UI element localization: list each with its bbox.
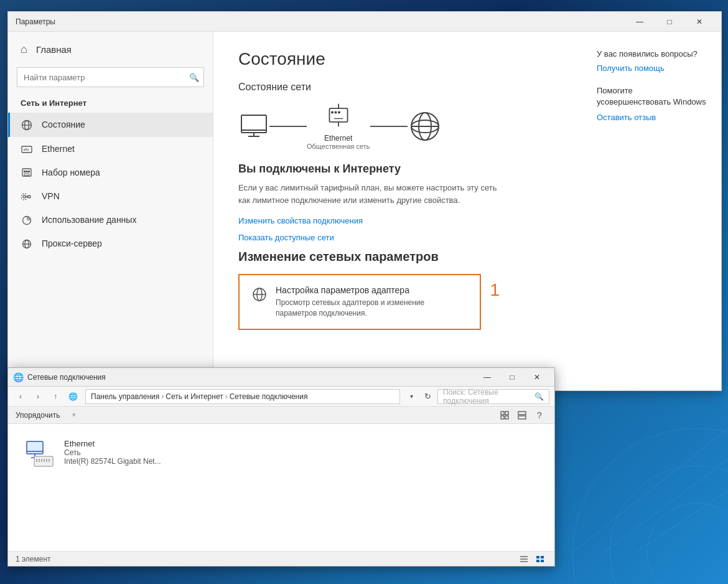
dialup-icon <box>21 167 33 178</box>
svg-point-0 <box>647 503 728 584</box>
view-details-button[interactable] <box>497 408 512 422</box>
ethernet-label: Ethernet <box>324 134 352 143</box>
explorer-status: 1 элемент <box>8 551 554 566</box>
address-dropdown[interactable]: ▾ <box>405 389 418 404</box>
status-tiles-button[interactable] <box>533 552 547 566</box>
status-details-button[interactable] <box>517 552 531 566</box>
explorer-content: Ethernet Сеть Intel(R) 82574L Gigabit Ne… <box>8 424 554 551</box>
connected-desc: Если у вас лимитный тарифный план, вы мо… <box>238 182 500 206</box>
svg-rect-14 <box>24 174 29 176</box>
sidebar-item-vpn[interactable]: VPN <box>8 184 213 208</box>
network-section-title: Состояние сети <box>238 82 559 93</box>
svg-line-5 <box>635 491 728 553</box>
organize-button[interactable]: Упорядочить <box>16 411 60 420</box>
sidebar-item-proxy-label: Прокси-сервер <box>42 238 102 248</box>
adapter-card[interactable]: Настройка параметров адаптера Просмотр с… <box>238 274 481 330</box>
ethernet-sublabel: Общественная сеть <box>307 143 370 150</box>
computer-icon-wrapper <box>238 113 269 141</box>
svg-line-3 <box>604 459 728 553</box>
folder-icon-nav: 🌐 <box>65 389 80 404</box>
adapter-card-wrapper: Настройка параметров адаптера Просмотр с… <box>238 274 481 330</box>
svg-rect-47 <box>501 416 504 419</box>
ethernet-details: Ethernet Сеть Intel(R) 82574L Gigabit Ne… <box>64 439 161 466</box>
show-networks-link[interactable]: Показать доступные сети <box>238 233 559 242</box>
sidebar-item-vpn-label: VPN <box>42 191 60 201</box>
router-icon-wrapper: Ethernet Общественная сеть <box>307 103 370 150</box>
close-button[interactable]: ✕ <box>685 12 714 32</box>
home-icon: ⌂ <box>21 43 27 56</box>
ribbon-right: ? <box>497 408 547 422</box>
ethernet-adapter-icon <box>26 439 55 469</box>
connected-title: Вы подключены к Интернету <box>238 162 559 176</box>
search-placeholder-text: Поиск: Сетевые подключения <box>443 388 531 405</box>
sidebar: ⌂ Главная 🔍 Сеть и Интернет С <box>8 32 213 390</box>
explorer-body: Ethernet Сеть Intel(R) 82574L Gigabit Ne… <box>8 424 554 551</box>
svg-point-1 <box>610 466 728 584</box>
svg-rect-16 <box>26 171 28 172</box>
improve-title: Помогите усовершенствовать Windows <box>597 85 709 108</box>
view-list-button[interactable] <box>515 408 530 422</box>
breadcrumb-part1: Панель управления <box>91 392 159 401</box>
title-bar-controls: — □ ✕ <box>625 12 714 32</box>
search-bar[interactable]: Поиск: Сетевые подключения 🔍 <box>437 389 549 404</box>
adapter-card-desc: Просмотр сетевых адаптеров и изменение п… <box>276 298 467 319</box>
help-ribbon-button[interactable]: ? <box>532 408 547 422</box>
svg-point-19 <box>28 195 30 198</box>
sidebar-item-ethernet[interactable]: Ethernet <box>8 137 213 161</box>
explorer-minimize-button[interactable]: — <box>475 368 500 387</box>
svg-rect-48 <box>505 416 508 419</box>
up-button[interactable]: ↑ <box>48 389 63 404</box>
ethernet-icon <box>21 143 33 154</box>
svg-rect-49 <box>518 412 526 415</box>
svg-rect-34 <box>331 111 334 114</box>
search-icon: 🔍 <box>189 73 199 82</box>
explorer-close-button[interactable]: ✕ <box>525 368 549 387</box>
forward-button[interactable]: › <box>30 389 45 404</box>
sidebar-item-status[interactable]: Состояние <box>8 113 213 137</box>
network-connections-icon: 🌐 <box>13 372 24 382</box>
ethernet-item-type: Сеть <box>64 448 161 457</box>
explorer-maximize-button[interactable]: □ <box>500 368 525 387</box>
help-title: У вас появились вопросы? <box>597 49 709 59</box>
svg-rect-68 <box>541 560 544 562</box>
svg-rect-36 <box>338 111 340 114</box>
back-button[interactable]: ‹ <box>13 389 28 404</box>
ethernet-list-item[interactable]: Ethernet Сеть Intel(R) 82574L Gigabit Ne… <box>21 434 542 474</box>
settings-body: ⌂ Главная 🔍 Сеть и Интернет С <box>8 32 721 390</box>
adapter-card-text: Настройка параметров адаптера Просмотр с… <box>276 285 467 319</box>
sidebar-section-title: Сеть и Интернет <box>8 95 213 113</box>
change-properties-link[interactable]: Изменить свойства подключения <box>238 216 559 225</box>
svg-rect-66 <box>541 556 544 558</box>
refresh-button[interactable]: ↻ <box>420 389 435 404</box>
maximize-button[interactable]: □ <box>655 12 684 32</box>
net-line-2 <box>370 126 408 127</box>
svg-point-2 <box>572 428 728 584</box>
change-section-title: Изменение сетевых параметров <box>238 250 559 264</box>
breadcrumb-sep1: › <box>161 392 164 401</box>
address-bar[interactable]: Панель управления › Сеть и Интернет › Се… <box>85 389 400 404</box>
sidebar-search: 🔍 <box>17 67 204 87</box>
explorer-title-left: 🌐 Сетевые подключения <box>13 372 106 382</box>
svg-rect-65 <box>536 556 539 558</box>
improve-link[interactable]: Оставить отзыв <box>597 113 709 122</box>
svg-rect-67 <box>536 560 539 562</box>
ethernet-item-adapter: Intel(R) 82574L Gigabit Net... <box>64 457 161 466</box>
proxy-icon <box>21 238 33 249</box>
sidebar-item-dialup[interactable]: Набор номера <box>8 161 213 184</box>
minimize-button[interactable]: — <box>625 12 654 32</box>
network-diagram: Ethernet Общественная сеть <box>238 103 559 150</box>
sidebar-home-label: Главная <box>36 44 72 55</box>
search-input[interactable] <box>17 67 204 87</box>
breadcrumb-part2: Сеть и Интернет <box>166 392 223 401</box>
status-text: 1 элемент <box>16 555 51 563</box>
svg-rect-50 <box>518 416 526 419</box>
sidebar-item-ethernet-label: Ethernet <box>42 144 75 154</box>
help-link[interactable]: Получить помощь <box>597 64 709 73</box>
page-title: Состояние <box>238 49 559 69</box>
data-usage-icon <box>21 214 33 225</box>
sidebar-item-home[interactable]: ⌂ Главная <box>8 37 213 62</box>
sidebar-item-data-usage[interactable]: Использование данных <box>8 208 213 232</box>
sidebar-item-proxy[interactable]: Прокси-сервер <box>8 232 213 255</box>
ethernet-item-name: Ethernet <box>64 439 161 448</box>
sidebar-item-data-usage-label: Использование данных <box>42 215 136 225</box>
